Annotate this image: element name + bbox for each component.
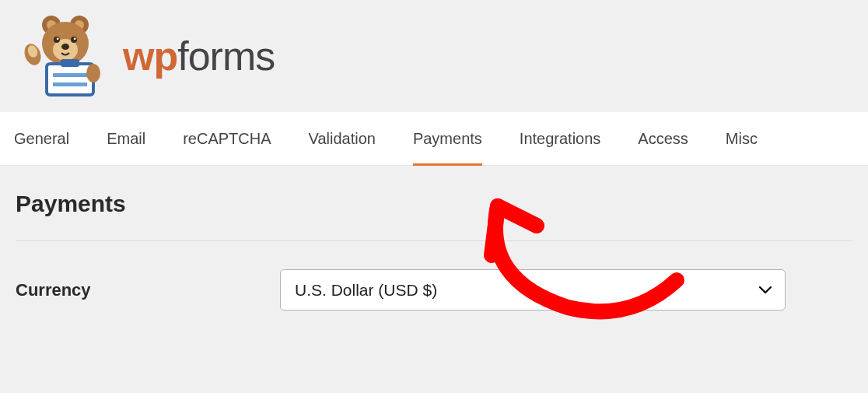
- svg-rect-16: [53, 82, 87, 86]
- svg-point-10: [61, 44, 69, 50]
- section-divider: [16, 240, 852, 241]
- brand-text-forms: forms: [177, 33, 275, 79]
- settings-tabs: General Email reCAPTCHA Validation Payme…: [0, 112, 868, 166]
- header: wpforms: [0, 0, 868, 112]
- section-title: Payments: [16, 191, 852, 217]
- tab-general[interactable]: General: [14, 113, 69, 166]
- tab-payments[interactable]: Payments: [413, 113, 482, 166]
- currency-label: Currency: [16, 280, 272, 300]
- svg-point-6: [54, 37, 60, 43]
- tab-recaptcha[interactable]: reCAPTCHA: [183, 113, 271, 166]
- currency-select-wrap: U.S. Dollar (USD $): [280, 269, 786, 311]
- tab-email[interactable]: Email: [107, 113, 145, 166]
- tab-integrations[interactable]: Integrations: [520, 113, 601, 166]
- svg-rect-13: [47, 64, 93, 95]
- svg-point-17: [86, 64, 100, 82]
- brand-text-wp: wp: [123, 33, 177, 79]
- tab-misc[interactable]: Misc: [726, 113, 758, 166]
- svg-rect-14: [61, 59, 79, 67]
- svg-rect-15: [53, 73, 87, 77]
- tab-validation[interactable]: Validation: [309, 113, 376, 166]
- mascot-icon: [19, 14, 112, 98]
- svg-point-8: [57, 37, 59, 40]
- payments-section: Payments Currency U.S. Dollar (USD $): [0, 166, 868, 326]
- svg-point-9: [74, 37, 76, 40]
- brand-wordmark: wpforms: [123, 33, 275, 79]
- brand-logo: wpforms: [19, 14, 849, 98]
- svg-point-7: [71, 37, 77, 43]
- currency-select[interactable]: U.S. Dollar (USD $): [280, 269, 786, 311]
- currency-row: Currency U.S. Dollar (USD $): [16, 269, 852, 311]
- tab-access[interactable]: Access: [638, 113, 688, 166]
